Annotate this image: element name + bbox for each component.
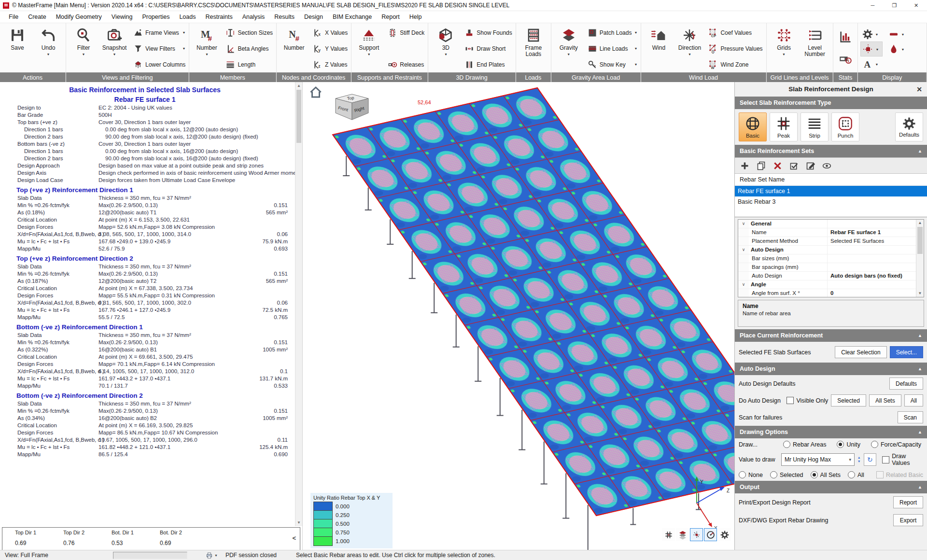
type-button-punch[interactable]: Punch [831,112,859,141]
sets-toolbar-select-check-icon[interactable] [789,161,799,171]
type-defaults-button[interactable]: Defaults [895,112,923,141]
menu-properties[interactable]: Properties [137,12,174,22]
ribbon-button-z-values[interactable]: zZ Values [310,58,349,71]
clear-selection-button[interactable]: Clear Selection [835,346,886,358]
print-control[interactable]: ▼ [206,552,218,559]
viewport-tool-gear-icon[interactable] [718,528,731,541]
dropdown-caret-icon[interactable]: ▼ [634,63,637,67]
viewport-tool-vp-layers-icon[interactable] [676,528,689,541]
ribbon-button-gravity[interactable]: Gravity▼ [554,25,584,57]
ribbon-button-frame-loads[interactable]: Frame Loads [519,25,548,58]
menu-help[interactable]: Help [405,12,427,22]
home-view-icon[interactable] [309,85,323,99]
dropdown-caret-icon[interactable]: ▼ [567,53,570,56]
ribbon-button-gear-icon[interactable]: ▼ [860,27,883,42]
ribbon-button-wind-zone[interactable]: WWind Zone [705,58,763,71]
dropdown-caret-icon[interactable]: ▼ [47,53,50,56]
ribbon-button-length[interactable]: Length [223,58,274,71]
property-row[interactable]: Auto DesignAuto design bars (no fixed) [738,272,916,280]
value-spinner[interactable]: ▲▼ [857,454,861,465]
ribbon-button-draw-short[interactable]: Draw Short [462,42,513,55]
dropdown-caret-icon[interactable]: ▼ [901,48,904,52]
ribbon-button-pressure-values[interactable]: QPressure Values [705,42,763,55]
type-button-peak[interactable]: Peak [770,112,798,141]
collapse-chevron-icon[interactable]: ∨ [738,246,749,254]
slab-3d-view[interactable] [303,82,734,550]
menu-analysis[interactable]: Analysis [238,12,270,22]
ribbon-button-3d[interactable]: 3D▼ [431,25,461,57]
scan-button[interactable]: Scan [898,411,923,423]
all-button[interactable]: All [904,394,923,406]
ribbon-button-lower-columns[interactable]: Lower Columns [130,58,186,71]
scroll-up-icon[interactable]: ▲ [916,220,924,226]
all-sets-button[interactable]: All Sets [869,394,901,406]
ribbon-button-wind[interactable]: Wind [644,25,674,52]
ribbon-button-droplet-icon[interactable]: ▼ [886,42,909,56]
dropdown-caret-icon[interactable]: ▼ [182,31,185,35]
property-row[interactable]: Bar spacings (mm) [738,263,916,272]
property-value[interactable] [828,263,916,271]
ribbon-button-view-filters[interactable]: View Filters▼ [130,42,186,55]
menu-design[interactable]: Design [299,12,328,22]
menu-restraints[interactable]: Restraints [200,12,237,22]
ribbon-button-info-icon[interactable]: i [836,50,855,68]
report-button[interactable]: Report [893,496,923,508]
menu-viewing[interactable]: Viewing [107,12,138,22]
spinner-down-icon[interactable]: ▼ [857,460,861,463]
property-row[interactable]: Bar sizes (mm) [738,254,916,263]
close-button[interactable]: ✕ [905,0,927,11]
minimize-button[interactable]: ─ [862,0,884,11]
ribbon-button-filter[interactable]: Filter▼ [69,25,98,57]
dropdown-caret-icon[interactable]: ▼ [875,48,879,52]
property-value[interactable]: Selected FE Surfaces [828,237,916,245]
radio-rebar-areas[interactable]: Rebar Areas [783,441,826,448]
section-auto-design[interactable]: Auto Design▲ [735,363,927,375]
scroll-thumb[interactable] [917,227,923,254]
ribbon-button-grids[interactable]: Grids▼ [769,25,799,57]
dropdown-caret-icon[interactable]: ▼ [444,53,448,56]
menu-results[interactable]: Results [269,12,299,22]
ribbon-button-undo[interactable]: Undo▼ [33,25,63,57]
summary-collapse-button[interactable]: < [292,534,296,542]
radio-force-capacity[interactable]: Force/Capacity [871,441,921,448]
collapse-chevron-icon[interactable]: ∨ [738,220,749,228]
dropdown-caret-icon[interactable]: ▼ [182,47,185,51]
spinner-up-icon[interactable]: ▲ [857,456,861,460]
view-cube[interactable]: Top Front Right [331,92,375,123]
property-group-row[interactable]: ∨Angle [738,280,916,289]
type-button-basic[interactable]: Basic [739,112,767,141]
printer-dropdown-icon[interactable]: ▼ [214,554,218,557]
section-output[interactable]: Output▲ [735,481,927,493]
ribbon-button-direction[interactable]: Direction▼ [674,25,704,57]
property-value[interactable]: 0 [828,289,916,297]
ribbon-button-patch-loads[interactable]: Patch Loads▼ [585,27,639,39]
maximize-button[interactable]: ❐ [884,0,905,11]
rebar-set-row[interactable]: Rebar FE surface 1 [735,186,927,196]
visible-only-checkbox[interactable]: Visible Only [787,397,828,404]
property-grid-scrollbar[interactable]: ▲▼ [916,220,924,297]
viewport-tool-vp-node-icon[interactable] [690,528,703,541]
scroll-down-icon[interactable]: ▼ [295,519,302,526]
dropdown-caret-icon[interactable]: ▼ [901,33,904,37]
collapse-chevron-icon[interactable]: ∨ [738,280,749,289]
menu-create[interactable]: Create [23,12,51,22]
ribbon-button-number[interactable]: M#Number▼ [192,25,222,57]
sets-toolbar-eye-icon[interactable] [822,161,832,171]
section-basic-sets[interactable]: Basic Reinforcement Sets▲ [735,145,927,157]
radio-unity[interactable]: Unity [837,441,860,448]
property-group-row[interactable]: ∨Auto Design [738,246,916,254]
ribbon-button-dash-icon[interactable]: ▼ [886,27,909,42]
radio-all[interactable]: All [848,471,864,478]
radio-none[interactable]: None [739,471,763,478]
report-scrollbar[interactable]: ▲ ▼ [295,82,302,526]
export-button[interactable]: Export [893,514,923,526]
defaults-button[interactable]: Defaults [889,378,923,390]
refresh-button[interactable]: ↻ [864,453,877,466]
dropdown-caret-icon[interactable]: ▼ [875,33,878,37]
sets-toolbar-copy-icon[interactable] [756,161,766,171]
dropdown-caret-icon[interactable]: ▼ [688,53,691,56]
property-value[interactable]: Auto design bars (no fixed) [828,272,916,280]
dropdown-caret-icon[interactable]: ▼ [367,53,371,56]
type-button-strip[interactable]: Strip [801,112,829,141]
ribbon-button-coef-values[interactable]: CPCoef Values [705,27,763,39]
